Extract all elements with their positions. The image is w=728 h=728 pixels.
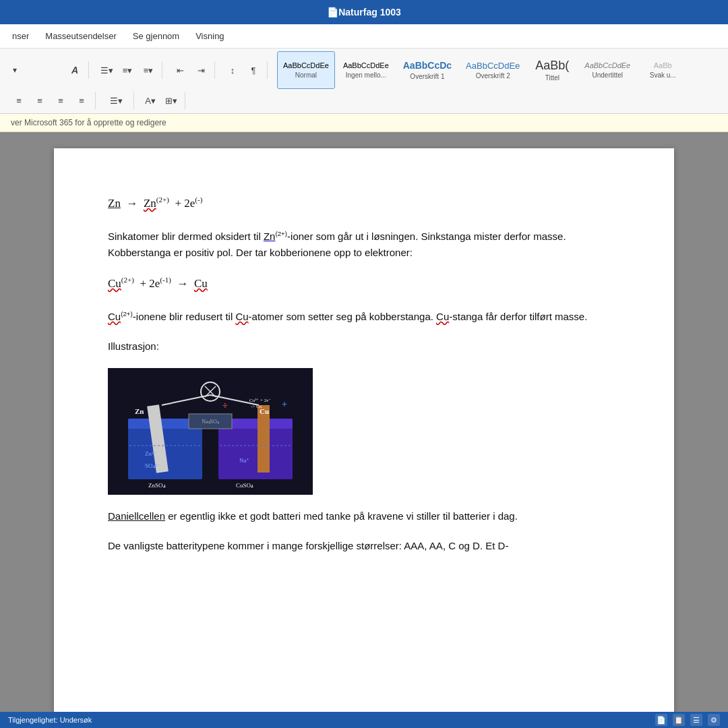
menu-masseutsendelser[interactable]: Masseutsendelser bbox=[38, 28, 123, 44]
document-area[interactable]: Zn → Zn(2+) + 2e(-) Sinkatomer blir derm… bbox=[0, 132, 728, 728]
indent-group: ⇤ ⇥ bbox=[166, 61, 215, 79]
alignment-group: ≡ ≡ ≡ ≡ bbox=[5, 92, 96, 109]
decrease-indent-btn[interactable]: ⇤ bbox=[171, 61, 189, 79]
equation-1: Zn → Zn(2+) + 2e(-) bbox=[108, 194, 620, 212]
style-normal[interactable]: AaBbCcDdEe Normal bbox=[277, 51, 335, 89]
format-group: ▾ A bbox=[5, 61, 89, 79]
style-svak[interactable]: AaBb Svak u... bbox=[638, 51, 687, 89]
svg-text:Na₂SO₄: Na₂SO₄ bbox=[202, 419, 219, 425]
border-btn[interactable]: ⊞▾ bbox=[162, 92, 181, 109]
menu-nser[interactable]: nser bbox=[5, 28, 36, 44]
view-icon-2[interactable]: 📋 bbox=[673, 714, 685, 726]
view-icon-3[interactable]: ☰ bbox=[690, 714, 702, 726]
paragraph-4: De vanligste batteritypene kommer i mang… bbox=[108, 538, 620, 554]
list-group: ☰▾ ≡▾ ≡▾ bbox=[93, 61, 162, 79]
view-icon-1[interactable]: 📄 bbox=[655, 714, 667, 726]
window-title: Naturfag 1003 bbox=[338, 7, 401, 18]
accessibility-text: Tilgjengelighet: Undersøk bbox=[8, 716, 92, 724]
style-ingen[interactable]: AaBbCcDdEe Ingen mello... bbox=[337, 51, 395, 89]
svg-rect-14 bbox=[257, 405, 270, 473]
number-list-btn[interactable]: ≡▾ bbox=[118, 61, 137, 79]
illustration-label: Illustrasjon: bbox=[108, 338, 620, 355]
status-left: Tilgjengelighet: Undersøk bbox=[8, 716, 92, 724]
ribbon: ▾ A ☰▾ ≡▾ ≡▾ ⇤ ⇥ ↕ ¶ AaBbCcDdEe Normal bbox=[0, 49, 728, 114]
increase-indent-btn[interactable]: ⇥ bbox=[191, 61, 210, 79]
line-spacing-group: ☰▾ bbox=[98, 92, 134, 109]
style-undertittel[interactable]: AaBbCcDdEe Undertittel bbox=[578, 51, 636, 89]
svg-text:CuSO₄: CuSO₄ bbox=[236, 482, 253, 489]
menu-visning[interactable]: Visning bbox=[189, 28, 231, 44]
title-bar: 📄 Naturfag 1003 bbox=[0, 0, 728, 24]
style-tittel[interactable]: AaBb( Tittel bbox=[528, 51, 576, 89]
menu-se-gjennom[interactable]: Se gjennom bbox=[126, 28, 186, 44]
svg-text:SO₄²⁻: SO₄²⁻ bbox=[145, 462, 160, 469]
shading-btn[interactable]: A▾ bbox=[141, 92, 160, 109]
pilcrow-btn[interactable]: ¶ bbox=[244, 61, 263, 79]
style-overskrift1[interactable]: AaBbCcDc Overskrift 1 bbox=[397, 51, 458, 89]
align-justify-btn[interactable]: ≡ bbox=[72, 92, 91, 109]
document-page: Zn → Zn(2+) + 2e(-) Sinkatomer blir derm… bbox=[54, 148, 674, 721]
svg-text:-> Cu: -> Cu bbox=[251, 404, 262, 409]
status-bar: Tilgjengelighet: Undersøk 📄 📋 ☰ ⚙ bbox=[0, 712, 728, 728]
info-text: ver Microsoft 365 for å opprette og redi… bbox=[11, 118, 166, 127]
style-gallery: AaBbCcDdEe Normal AaBbCcDdEe Ingen mello… bbox=[272, 51, 723, 89]
sort-btn[interactable]: ↕ bbox=[223, 61, 242, 79]
menu-bar: nser Masseutsendelser Se gjennom Visning bbox=[0, 24, 728, 49]
line-spacing-btn[interactable]: ☰▾ bbox=[102, 92, 129, 109]
svg-text:Cu²⁺ + 2e⁻: Cu²⁺ + 2e⁻ bbox=[249, 398, 271, 403]
paragraph-3: Daniellcellen er egentlig ikke et godt b… bbox=[108, 508, 620, 524]
style-overskrift2[interactable]: AaBbCcDdEe Overskrift 2 bbox=[460, 51, 526, 89]
svg-text:Zn: Zn bbox=[135, 407, 144, 415]
multi-list-btn[interactable]: ≡▾ bbox=[139, 61, 158, 79]
daniell-svg: Na₂SO₄ Zn Cu ÷ + Cu²⁺ + 2e⁻ -> Cu Zn²⁺ S… bbox=[108, 368, 313, 495]
svg-text:ZnSO₄: ZnSO₄ bbox=[148, 482, 166, 489]
status-right: 📄 📋 ☰ ⚙ bbox=[655, 714, 720, 726]
format-dropdown[interactable]: ▾ bbox=[9, 61, 63, 79]
bullet-list-btn[interactable]: ☰▾ bbox=[97, 61, 116, 79]
svg-text:+: + bbox=[282, 399, 287, 409]
paragraph-1: Sinkatomer blir dermed oksidert til Zn(2… bbox=[108, 229, 620, 261]
view-icon-4[interactable]: ⚙ bbox=[708, 714, 720, 726]
sort-group: ↕ ¶ bbox=[219, 61, 268, 79]
word-icon: 📄 bbox=[327, 7, 338, 18]
daniell-cell-image: Na₂SO₄ Zn Cu ÷ + Cu²⁺ + 2e⁻ -> Cu Zn²⁺ S… bbox=[108, 368, 313, 495]
svg-text:Zn²⁺: Zn²⁺ bbox=[145, 450, 157, 457]
align-right-btn[interactable]: ≡ bbox=[51, 92, 70, 109]
align-left-btn[interactable]: ≡ bbox=[9, 92, 28, 109]
clear-format-btn[interactable]: A bbox=[65, 61, 84, 79]
equation-2: Cu(2+) + 2e(-1) → Cu bbox=[108, 274, 620, 293]
info-bar: ver Microsoft 365 for å opprette og redi… bbox=[0, 114, 728, 132]
shading-group: A▾ ⊞▾ bbox=[137, 92, 185, 109]
align-center-btn[interactable]: ≡ bbox=[30, 92, 49, 109]
svg-text:÷: ÷ bbox=[222, 400, 228, 411]
svg-text:Na⁺: Na⁺ bbox=[239, 457, 250, 464]
paragraph-2: Cu(2+)-ionene blir redusert til Cu-atome… bbox=[108, 309, 620, 325]
